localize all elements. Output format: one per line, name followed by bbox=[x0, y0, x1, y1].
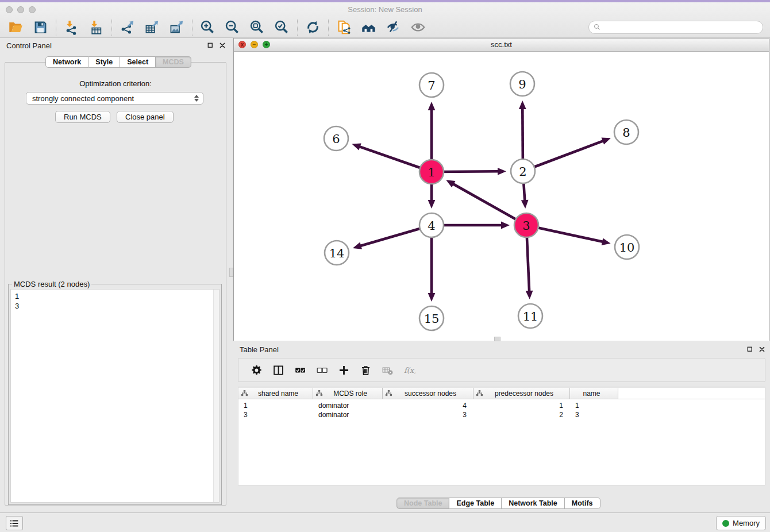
graph-node-4[interactable]: 4 bbox=[419, 213, 444, 237]
graph-edge-2-8[interactable] bbox=[523, 141, 604, 171]
graph-node-label: 8 bbox=[622, 126, 630, 140]
column-header-MCDS-role[interactable]: MCDS role bbox=[313, 388, 383, 399]
float-panel-icon[interactable] bbox=[746, 346, 753, 353]
export-table-icon[interactable] bbox=[140, 18, 164, 37]
tab-motifs[interactable]: Motifs bbox=[565, 498, 600, 509]
clone-network-icon[interactable] bbox=[332, 18, 356, 37]
export-image-icon[interactable] bbox=[164, 18, 189, 37]
tab-network[interactable]: Network bbox=[45, 56, 88, 68]
svg-text:f(x): f(x) bbox=[403, 365, 415, 374]
import-table-icon[interactable] bbox=[84, 18, 109, 37]
tab-select[interactable]: Select bbox=[120, 56, 156, 68]
column-header-successor-nodes[interactable]: successor nodes bbox=[383, 388, 473, 399]
close-panel-button[interactable]: Close panel bbox=[117, 111, 174, 123]
plus-icon[interactable] bbox=[333, 360, 355, 380]
graph-node-10[interactable]: 10 bbox=[615, 235, 639, 259]
tab-edge-table[interactable]: Edge Table bbox=[449, 498, 502, 509]
control-panel-tabs: NetworkStyleSelectMCDS bbox=[45, 56, 191, 68]
open-folder-icon[interactable] bbox=[3, 18, 28, 37]
graph-node-label: 3 bbox=[522, 219, 530, 233]
graph-node-6[interactable]: 6 bbox=[324, 126, 348, 151]
column-header-name[interactable]: name bbox=[570, 388, 618, 399]
table-panel-title: Table Panel bbox=[240, 345, 279, 354]
table-row[interactable]: 1dominator411 bbox=[238, 401, 765, 410]
table-cell[interactable]: 1 bbox=[473, 402, 570, 410]
table-panel-header: Table Panel bbox=[233, 342, 770, 357]
column-header-predecessor-nodes[interactable]: predecessor nodes bbox=[473, 388, 570, 399]
tab-style[interactable]: Style bbox=[88, 56, 120, 68]
mcds-result-values: 13 bbox=[11, 290, 219, 313]
graph-node-9[interactable]: 9 bbox=[510, 72, 534, 96]
table-cell[interactable]: 4 bbox=[383, 402, 473, 410]
gear-icon[interactable] bbox=[245, 360, 267, 380]
close-panel-icon[interactable] bbox=[219, 42, 226, 49]
graph-node-label: 14 bbox=[329, 246, 345, 260]
network-overview-icon[interactable] bbox=[356, 18, 381, 37]
table-cell[interactable]: 2 bbox=[473, 411, 570, 419]
close-panel-icon[interactable] bbox=[759, 346, 765, 353]
control-panel-header: Control Panel bbox=[0, 38, 230, 53]
graph-edge-arrowhead-2-9 bbox=[519, 101, 526, 109]
status-bar: Memory bbox=[0, 512, 770, 532]
column-label: successor nodes bbox=[392, 390, 473, 398]
table-cell[interactable]: 1 bbox=[238, 402, 313, 410]
import-network-icon[interactable] bbox=[59, 18, 84, 37]
network-canvas[interactable]: 7968124314101511 bbox=[234, 52, 769, 341]
column-label: predecessor nodes bbox=[483, 390, 569, 398]
graph-node-11[interactable]: 11 bbox=[518, 304, 542, 328]
result-line: 3 bbox=[15, 301, 215, 311]
zoom-fit-icon[interactable] bbox=[245, 18, 270, 37]
column-header-shared-name[interactable]: shared name bbox=[238, 388, 313, 399]
columns-icon[interactable] bbox=[267, 360, 289, 380]
table-cell[interactable]: dominator bbox=[313, 411, 383, 419]
criterion-dropdown[interactable]: strongly connected component bbox=[26, 92, 203, 105]
graph-node-2[interactable]: 2 bbox=[511, 159, 535, 183]
optimization-criterion-label: Optimization criterion: bbox=[5, 79, 226, 88]
graph-edge-arrowhead-4-15 bbox=[428, 293, 436, 302]
zoom-in-icon[interactable] bbox=[195, 18, 220, 37]
graph-node-3[interactable]: 3 bbox=[514, 213, 538, 237]
run-mcds-button[interactable]: Run MCDS bbox=[55, 111, 110, 123]
uncheck-all-icon[interactable] bbox=[311, 360, 333, 380]
refresh-layout-icon[interactable] bbox=[301, 18, 325, 37]
toolbar-separator bbox=[192, 20, 192, 36]
tab-node-table[interactable]: Node Table bbox=[396, 498, 449, 509]
check-all-icon[interactable] bbox=[289, 360, 311, 380]
float-panel-icon[interactable] bbox=[207, 42, 214, 49]
result-line: 1 bbox=[15, 291, 215, 301]
table-cell[interactable]: 3 bbox=[238, 411, 313, 419]
trash-icon[interactable] bbox=[355, 360, 376, 380]
show-hide-graphics-details-icon[interactable] bbox=[381, 18, 406, 37]
table-cell[interactable]: 3 bbox=[383, 411, 473, 419]
table-row[interactable]: 3dominator323 bbox=[238, 410, 765, 419]
node-table: shared nameMCDS rolesuccessor nodesprede… bbox=[238, 387, 765, 485]
save-session-icon[interactable] bbox=[28, 18, 53, 37]
dropdown-stepper-icon bbox=[194, 95, 199, 102]
graph-node-label: 1 bbox=[428, 165, 435, 179]
task-history-button[interactable] bbox=[6, 516, 23, 530]
graph-node-14[interactable]: 14 bbox=[325, 241, 349, 265]
tab-mcds[interactable]: MCDS bbox=[156, 56, 191, 68]
table-cell[interactable]: 3 bbox=[570, 411, 618, 419]
mcds-result-area[interactable]: 13 bbox=[10, 289, 220, 503]
export-network-icon[interactable] bbox=[115, 18, 140, 37]
search-input[interactable] bbox=[602, 23, 759, 32]
graph-node-1[interactable]: 1 bbox=[419, 160, 444, 184]
horizontal-splitter-handle[interactable] bbox=[494, 337, 500, 341]
graph-node-15[interactable]: 15 bbox=[419, 306, 444, 330]
memory-button[interactable]: Memory bbox=[716, 516, 766, 530]
graph-node-8[interactable]: 8 bbox=[614, 120, 638, 144]
table-cell[interactable]: dominator bbox=[313, 402, 383, 410]
vertical-splitter-handle[interactable] bbox=[229, 268, 233, 277]
hidden-eye-icon[interactable] bbox=[406, 18, 430, 37]
result-scrollbar[interactable] bbox=[213, 290, 219, 502]
graph-node-7[interactable]: 7 bbox=[419, 73, 444, 97]
zoom-selected-icon[interactable] bbox=[270, 18, 294, 37]
graph-node-label: 11 bbox=[523, 310, 538, 323]
zoom-out-icon[interactable] bbox=[220, 18, 245, 37]
search-box[interactable] bbox=[588, 21, 763, 34]
table-panel-tabs: Node TableEdge TableNetwork TableMotifs bbox=[396, 498, 600, 509]
tab-network-table[interactable]: Network Table bbox=[502, 498, 565, 509]
task-list-icon bbox=[9, 518, 20, 529]
table-cell[interactable]: 1 bbox=[570, 402, 618, 410]
